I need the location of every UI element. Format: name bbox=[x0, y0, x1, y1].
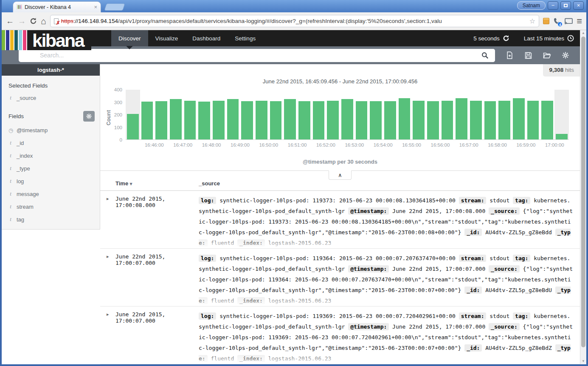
tab-visualize[interactable]: Visualize bbox=[148, 30, 186, 46]
time-column-header[interactable]: Time ▾ bbox=[100, 180, 199, 187]
new-tab-button[interactable] bbox=[104, 3, 125, 11]
sidebar-field-type[interactable]: t _type bbox=[2, 162, 100, 175]
histogram-bar[interactable] bbox=[326, 90, 340, 139]
window-close-button[interactable]: × bbox=[573, 1, 584, 10]
scrollbar-thumb[interactable] bbox=[581, 37, 585, 347]
sidebar-field-timestamp[interactable]: ◷ @timestamp bbox=[2, 124, 100, 136]
histogram-bar[interactable] bbox=[554, 90, 569, 139]
histogram-bar[interactable] bbox=[126, 90, 140, 139]
open-search-button[interactable] bbox=[537, 52, 556, 59]
bar-value-326 bbox=[284, 99, 296, 139]
search-box[interactable] bbox=[19, 49, 495, 62]
fields-sidebar: logstash-* Selected Fields t _source Fie… bbox=[2, 64, 100, 230]
histogram-bar[interactable] bbox=[512, 90, 526, 139]
sidebar-field-message[interactable]: t message bbox=[2, 187, 100, 200]
histogram-bar[interactable] bbox=[454, 90, 469, 139]
menu-icon[interactable]: ≡ bbox=[577, 17, 582, 26]
back-icon[interactable]: ← bbox=[6, 17, 14, 26]
histogram-bar[interactable] bbox=[497, 90, 512, 139]
histogram-bar[interactable] bbox=[411, 90, 426, 139]
collapse-chart-button[interactable]: ∧ bbox=[329, 170, 352, 180]
histogram-bar[interactable] bbox=[140, 90, 155, 139]
x-tick-label: 16:51:00 bbox=[288, 142, 307, 148]
results-table-body: ▸June 22nd 2015, 17:00:08.000log: synthe… bbox=[100, 191, 580, 364]
field-settings-button[interactable] bbox=[83, 111, 95, 122]
x-tick-label: 16:46:00 bbox=[145, 142, 164, 148]
tab-dashboard[interactable]: Dashboard bbox=[185, 30, 228, 46]
histogram-bar[interactable] bbox=[283, 90, 297, 139]
sidebar-field-stream[interactable]: t stream bbox=[2, 200, 100, 213]
histogram-bar[interactable] bbox=[211, 90, 226, 139]
search-button[interactable] bbox=[475, 49, 495, 62]
minimize-button[interactable]: − bbox=[548, 1, 558, 10]
y-tick-label: 200 bbox=[114, 112, 122, 117]
extension-icon[interactable] bbox=[543, 18, 549, 24]
sidebar-field-id[interactable]: t _id bbox=[2, 136, 100, 149]
hangouts-phone-icon[interactable]: 4 bbox=[553, 17, 561, 25]
search-icon bbox=[481, 52, 489, 59]
page-scrollbar[interactable]: ▲ ▼ bbox=[580, 30, 586, 364]
reload-icon[interactable] bbox=[30, 17, 37, 25]
string-field-icon: t bbox=[8, 190, 13, 197]
kibana-logo[interactable]: kibana bbox=[2, 30, 91, 50]
histogram-bar[interactable] bbox=[269, 90, 283, 139]
histogram-bar[interactable] bbox=[254, 90, 269, 139]
scroll-down-icon[interactable]: ▼ bbox=[580, 358, 586, 364]
profile-button[interactable]: Satnam bbox=[517, 1, 546, 10]
histogram-bar[interactable] bbox=[154, 90, 169, 139]
histogram-bar[interactable] bbox=[312, 90, 326, 139]
field-badge: _type: bbox=[199, 287, 571, 304]
tab-discover[interactable]: Discover bbox=[111, 30, 148, 46]
histogram-bar[interactable] bbox=[169, 90, 183, 139]
histogram-bar[interactable] bbox=[469, 90, 483, 139]
url-bar[interactable]: ✗ https://146.148.94.154/api/v1/proxy/na… bbox=[50, 15, 539, 27]
expand-row-icon[interactable]: ▸ bbox=[100, 253, 115, 306]
maximize-button[interactable] bbox=[560, 1, 571, 10]
expand-row-icon[interactable]: ▸ bbox=[100, 311, 115, 364]
histogram-bar[interactable] bbox=[383, 90, 397, 139]
histogram-bar[interactable] bbox=[397, 90, 412, 139]
histogram-bar[interactable] bbox=[354, 90, 369, 139]
bar-value-311 bbox=[527, 101, 539, 139]
sidebar-field-source[interactable]: t _source bbox=[2, 91, 100, 104]
scroll-up-icon[interactable]: ▲ bbox=[580, 30, 586, 36]
histogram-bar[interactable] bbox=[526, 90, 540, 139]
time-range-picker[interactable]: Last 15 minutes bbox=[524, 35, 574, 42]
field-badge: _index: bbox=[237, 297, 265, 304]
sidebar-field-index[interactable]: t _index bbox=[2, 149, 100, 162]
index-pattern-header[interactable]: logstash-* bbox=[2, 64, 100, 76]
histogram-bar[interactable] bbox=[226, 90, 240, 139]
histogram-bar[interactable] bbox=[483, 90, 498, 139]
expand-row-icon[interactable]: ▸ bbox=[100, 195, 115, 248]
bookmark-star-icon[interactable]: ☆ bbox=[529, 17, 535, 25]
refresh-interval-picker[interactable]: 5 seconds bbox=[473, 35, 509, 42]
histogram-bar[interactable] bbox=[540, 90, 554, 139]
sidebar-field-log[interactable]: t log bbox=[2, 175, 100, 187]
tab-close-icon[interactable]: × bbox=[94, 4, 97, 10]
search-input[interactable] bbox=[19, 52, 475, 59]
browser-tab[interactable]: Discover - Kibana 4 × bbox=[13, 1, 101, 12]
fields-heading: Fields bbox=[8, 113, 24, 119]
histogram-bar[interactable] bbox=[340, 90, 354, 139]
histogram-bar[interactable] bbox=[369, 90, 383, 139]
extension-orange-icon bbox=[543, 18, 549, 24]
save-search-button[interactable] bbox=[519, 52, 537, 59]
histogram-bar[interactable] bbox=[440, 90, 455, 139]
insecure-page-icon[interactable]: ✗ bbox=[54, 18, 59, 24]
new-search-button[interactable] bbox=[500, 51, 519, 59]
histogram-bar[interactable] bbox=[197, 90, 211, 139]
histogram-bar[interactable] bbox=[183, 90, 197, 139]
bar-value-312 bbox=[470, 101, 482, 139]
settings-button[interactable] bbox=[556, 52, 575, 59]
cast-icon[interactable] bbox=[565, 18, 573, 25]
sidebar-field-tag[interactable]: t tag bbox=[2, 213, 100, 226]
tab-settings[interactable]: Settings bbox=[228, 30, 263, 46]
folder-open-icon bbox=[543, 52, 551, 59]
histogram-bar[interactable] bbox=[426, 90, 440, 139]
field-badge: tag: bbox=[513, 255, 530, 262]
table-row: ▸June 22nd 2015, 17:00:08.000log: synthe… bbox=[100, 191, 580, 249]
histogram-bar[interactable] bbox=[297, 90, 312, 139]
histogram-bar[interactable] bbox=[240, 90, 254, 139]
home-icon[interactable]: ⌂ bbox=[41, 17, 46, 26]
source-column-header: _source bbox=[199, 180, 220, 187]
